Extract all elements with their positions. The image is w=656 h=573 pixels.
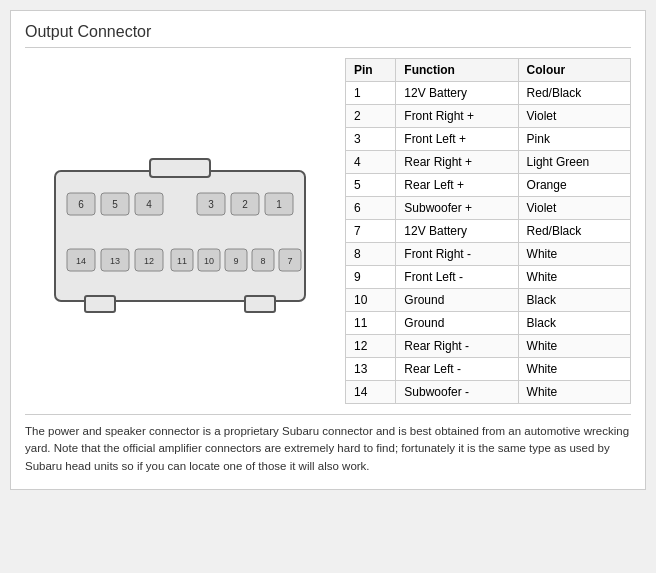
svg-text:14: 14 [76, 256, 86, 266]
cell-colour: Orange [518, 174, 630, 197]
table-row: 112V BatteryRed/Black [346, 82, 631, 105]
cell-pin: 4 [346, 151, 396, 174]
cell-colour: Red/Black [518, 82, 630, 105]
cell-colour: White [518, 381, 630, 404]
svg-text:9: 9 [233, 256, 238, 266]
cell-pin: 9 [346, 266, 396, 289]
cell-colour: White [518, 243, 630, 266]
table-row: 9Front Left -White [346, 266, 631, 289]
cell-pin: 5 [346, 174, 396, 197]
cell-colour: Black [518, 289, 630, 312]
cell-colour: White [518, 266, 630, 289]
table-row: 712V BatteryRed/Black [346, 220, 631, 243]
cell-pin: 7 [346, 220, 396, 243]
cell-pin: 3 [346, 128, 396, 151]
table-area: Pin Function Colour 112V BatteryRed/Blac… [345, 58, 631, 404]
table-row: 3Front Left +Pink [346, 128, 631, 151]
cell-function: Front Right - [396, 243, 518, 266]
svg-text:8: 8 [260, 256, 265, 266]
content-area: 6 5 4 3 2 1 14 13 12 [25, 58, 631, 404]
svg-text:12: 12 [144, 256, 154, 266]
page-title: Output Connector [25, 23, 631, 48]
cell-colour: Violet [518, 105, 630, 128]
cell-colour: Light Green [518, 151, 630, 174]
cell-function: 12V Battery [396, 220, 518, 243]
cell-colour: Red/Black [518, 220, 630, 243]
svg-text:10: 10 [204, 256, 214, 266]
cell-pin: 2 [346, 105, 396, 128]
cell-function: Rear Right + [396, 151, 518, 174]
col-header-colour: Colour [518, 59, 630, 82]
svg-rect-2 [85, 296, 115, 312]
table-row: 12Rear Right -White [346, 335, 631, 358]
cell-function: Rear Left + [396, 174, 518, 197]
cell-function: Front Left + [396, 128, 518, 151]
cell-pin: 11 [346, 312, 396, 335]
cell-function: Rear Left - [396, 358, 518, 381]
cell-function: Ground [396, 312, 518, 335]
footnote: The power and speaker connector is a pro… [25, 414, 631, 475]
col-header-function: Function [396, 59, 518, 82]
table-row: 4Rear Right +Light Green [346, 151, 631, 174]
cell-function: Rear Right - [396, 335, 518, 358]
svg-text:5: 5 [112, 199, 118, 210]
connector-diagram: 6 5 4 3 2 1 14 13 12 [35, 141, 325, 321]
table-row: 5Rear Left +Orange [346, 174, 631, 197]
svg-rect-3 [245, 296, 275, 312]
cell-pin: 14 [346, 381, 396, 404]
svg-rect-1 [150, 159, 210, 177]
table-row: 11GroundBlack [346, 312, 631, 335]
svg-text:13: 13 [110, 256, 120, 266]
cell-colour: Pink [518, 128, 630, 151]
cell-pin: 13 [346, 358, 396, 381]
cell-function: Subwoofer - [396, 381, 518, 404]
diagram-area: 6 5 4 3 2 1 14 13 12 [25, 58, 335, 404]
page-container: Output Connector 6 5 [10, 10, 646, 490]
svg-text:7: 7 [287, 256, 292, 266]
cell-pin: 1 [346, 82, 396, 105]
table-row: 2Front Right +Violet [346, 105, 631, 128]
svg-text:11: 11 [177, 256, 187, 266]
cell-function: 12V Battery [396, 82, 518, 105]
cell-function: Subwoofer + [396, 197, 518, 220]
cell-colour: Black [518, 312, 630, 335]
svg-rect-0 [55, 171, 305, 301]
col-header-pin: Pin [346, 59, 396, 82]
cell-colour: White [518, 335, 630, 358]
svg-text:6: 6 [78, 199, 84, 210]
pin-table: Pin Function Colour 112V BatteryRed/Blac… [345, 58, 631, 404]
table-row: 8Front Right -White [346, 243, 631, 266]
svg-text:1: 1 [276, 199, 282, 210]
cell-pin: 12 [346, 335, 396, 358]
cell-colour: Violet [518, 197, 630, 220]
table-row: 14Subwoofer -White [346, 381, 631, 404]
svg-text:4: 4 [146, 199, 152, 210]
table-row: 6Subwoofer +Violet [346, 197, 631, 220]
svg-text:2: 2 [242, 199, 248, 210]
cell-pin: 10 [346, 289, 396, 312]
cell-pin: 6 [346, 197, 396, 220]
table-row: 13Rear Left -White [346, 358, 631, 381]
cell-function: Front Right + [396, 105, 518, 128]
table-row: 10GroundBlack [346, 289, 631, 312]
cell-pin: 8 [346, 243, 396, 266]
cell-function: Front Left - [396, 266, 518, 289]
cell-colour: White [518, 358, 630, 381]
cell-function: Ground [396, 289, 518, 312]
svg-text:3: 3 [208, 199, 214, 210]
